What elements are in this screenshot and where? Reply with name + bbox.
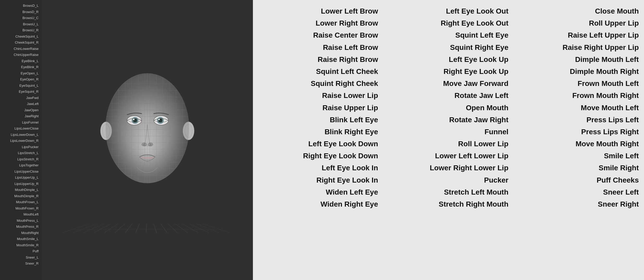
morph-target-item: Right Eye Look Out bbox=[388, 17, 508, 29]
blendshape-item: BrowsD_R bbox=[0, 9, 42, 15]
morph-column-2: Left Eye Look OutRight Eye Look OutSquin… bbox=[383, 5, 514, 210]
blendshape-item: LipsLowerDown_R bbox=[0, 138, 42, 144]
morph-target-item: Blink Right Eye bbox=[258, 126, 378, 138]
blendshape-item: JawFwd bbox=[0, 95, 42, 101]
morph-target-item: Funnel bbox=[388, 126, 508, 138]
morph-target-item: Move Mouth Left bbox=[519, 102, 639, 114]
blendshape-item: LipsUpperUp_L bbox=[0, 174, 42, 181]
morph-target-item: Raise Left Brow bbox=[258, 42, 378, 54]
blendshape-item: LipsPucker bbox=[0, 144, 42, 150]
blendshape-item: CheekSquint_L bbox=[0, 33, 42, 40]
morph-target-item: Squint Right Cheek bbox=[258, 78, 378, 90]
blendshape-item: BrowsU_C bbox=[0, 15, 42, 21]
morph-column-1: Lower Left BrowLower Right BrowRaise Cen… bbox=[253, 5, 383, 210]
blendshape-item: LipsStretch_L bbox=[0, 150, 42, 156]
blendshape-item: LipsUpperClose bbox=[0, 168, 42, 175]
morph-target-item: Stretch Left Mouth bbox=[388, 186, 508, 198]
morph-target-item: Squint Left Eye bbox=[388, 29, 508, 41]
morph-target-item: Right Eye Look Down bbox=[258, 150, 378, 162]
blendshape-item: LipsLowerClose bbox=[0, 125, 42, 132]
morph-target-item: Raise Lower Lip bbox=[258, 90, 378, 102]
blendshape-item: LipsFunnel bbox=[0, 119, 42, 126]
morph-column-3: Close MouthRoll Upper LipRaise Left Uppe… bbox=[514, 5, 644, 210]
blendshape-item: Sneer_L bbox=[0, 254, 42, 261]
blendshape-item: EyeSquint_R bbox=[0, 89, 42, 95]
morph-target-item: Move Mouth Right bbox=[519, 138, 639, 150]
morph-target-item: Blink Left Eye bbox=[258, 114, 378, 126]
blendshape-item: Puff bbox=[0, 248, 42, 254]
morph-target-item: Press Lips Right bbox=[519, 126, 639, 138]
blendshape-item: LipsStretch_R bbox=[0, 156, 42, 162]
blendshape-item: MouthPress_R bbox=[0, 224, 42, 230]
morph-target-item: Rotate Jaw Right bbox=[388, 114, 508, 126]
morph-target-item: Left Eye Look Up bbox=[388, 54, 508, 66]
blendshape-item: EyeOpen_L bbox=[0, 70, 42, 77]
morph-target-item: Roll Lower Lip bbox=[388, 138, 508, 150]
blendshape-item: BrowsU_R bbox=[0, 27, 42, 33]
morph-target-item: Squint Right Eye bbox=[388, 42, 508, 54]
morph-target-item: Sneer Left bbox=[519, 186, 639, 198]
blendshape-item: EyeBlink_R bbox=[0, 64, 42, 70]
face-viewport bbox=[42, 0, 253, 280]
blendshape-item: MouthFrown_L bbox=[0, 199, 42, 205]
morph-target-item: Raise Right Brow bbox=[258, 54, 378, 66]
blendshape-item: MouthSmile_L bbox=[0, 236, 42, 242]
blendshape-item: MouthDimple_R bbox=[0, 193, 42, 199]
face-container bbox=[89, 68, 206, 212]
morph-target-item: Widen Left Eye bbox=[258, 186, 378, 198]
blendshape-item: LipsUpperUp_R bbox=[0, 181, 42, 187]
morph-target-item: Rotate Jaw Left bbox=[388, 90, 508, 102]
blendshape-item: ChinLowerRaise bbox=[0, 46, 42, 52]
morph-target-item: Lower Right Lower Lip bbox=[388, 162, 508, 174]
blendshape-item: LipsTogether bbox=[0, 162, 42, 168]
morph-target-item: Sneer Right bbox=[519, 198, 639, 210]
morph-target-item: Right Eye Look In bbox=[258, 174, 378, 186]
morph-target-item: Raise Upper Lip bbox=[258, 102, 378, 114]
blendshape-item: JawOpen bbox=[0, 107, 42, 113]
morph-target-item: Right Eye Look Up bbox=[388, 66, 508, 78]
morph-target-item: Raise Left Upper Lip bbox=[519, 29, 639, 41]
morph-target-item: Left Eye Look Down bbox=[258, 138, 378, 150]
blendshape-item: BrowsD_L bbox=[0, 3, 42, 9]
morph-target-item: Roll Upper Lip bbox=[519, 17, 639, 29]
blendshape-item: MouthFrown_R bbox=[0, 205, 42, 212]
blendshape-item: MouthLeft bbox=[0, 211, 42, 218]
morph-target-item: Puff Cheeks bbox=[519, 174, 639, 186]
blendshape-item: ChinUpperRaise bbox=[0, 52, 42, 58]
morph-target-item: Lower Left Lower Lip bbox=[388, 150, 508, 162]
blendshape-list: BrowsD_LBrowsD_RBrowsU_CBrowsU_LBrowsU_R… bbox=[0, 0, 42, 280]
grid-floor bbox=[63, 223, 232, 233]
blendshape-item: MouthDimple_L bbox=[0, 187, 42, 193]
morph-targets-panel: Lower Left BrowLower Right BrowRaise Cen… bbox=[253, 0, 644, 280]
morph-target-item: Press Lips Left bbox=[519, 114, 639, 126]
morph-target-item: Left Eye Look Out bbox=[388, 5, 508, 17]
svg-point-48 bbox=[106, 73, 189, 183]
morph-target-item: Raise Right Upper Lip bbox=[519, 42, 639, 54]
blendshape-item: LipsLowerDown_L bbox=[0, 132, 42, 138]
blendshape-item: Sneer_R bbox=[0, 260, 42, 267]
morph-target-item: Squint Left Cheek bbox=[258, 66, 378, 78]
blendshape-item: EyeSquint_L bbox=[0, 83, 42, 89]
morph-target-item: Frown Mouth Right bbox=[519, 90, 639, 102]
blendshape-item: JawRight bbox=[0, 113, 42, 119]
morph-target-item: Smile Right bbox=[519, 162, 639, 174]
morph-target-item: Smile Left bbox=[519, 150, 639, 162]
face-mesh bbox=[89, 68, 206, 212]
morph-target-item: Stretch Right Mouth bbox=[388, 198, 508, 210]
blendshape-item: MouthPress_L bbox=[0, 218, 42, 224]
morph-target-item: Dimple Mouth Right bbox=[519, 66, 639, 78]
morph-target-item: Dimple Mouth Left bbox=[519, 54, 639, 66]
blendshape-item: MouthRight bbox=[0, 230, 42, 236]
blendshape-item: EyeOpen_R bbox=[0, 76, 42, 83]
blendshape-item: CheekSquint_R bbox=[0, 39, 42, 46]
blendshape-item: BrowsU_L bbox=[0, 21, 42, 27]
morph-target-item: Lower Right Brow bbox=[258, 17, 378, 29]
morph-target-item: Close Mouth bbox=[519, 5, 639, 17]
morph-target-item: Open Mouth bbox=[388, 102, 508, 114]
morph-target-item: Left Eye Look In bbox=[258, 162, 378, 174]
morph-target-item: Widen Right Eye bbox=[258, 198, 378, 210]
morph-target-item: Frown Mouth Left bbox=[519, 78, 639, 90]
blendshape-item: EyeBlink_L bbox=[0, 58, 42, 64]
morph-target-item: Lower Left Brow bbox=[258, 5, 378, 17]
morph-columns: Lower Left BrowLower Right BrowRaise Cen… bbox=[253, 0, 644, 215]
